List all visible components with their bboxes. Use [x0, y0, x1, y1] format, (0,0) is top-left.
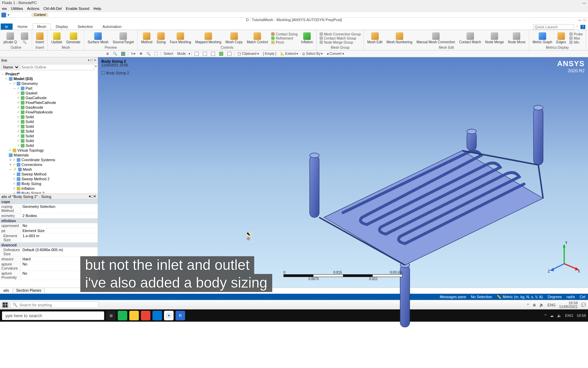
menu-actions[interactable]: Actions	[27, 6, 39, 12]
metricgraph-button[interactable]: Metric Graph	[531, 32, 554, 45]
facemesh-button[interactable]: Face Meshing	[168, 32, 193, 45]
selectby-button[interactable]: ◎ Select By▾	[301, 51, 324, 56]
menu-sound[interactable]: Enable Sound	[66, 6, 89, 12]
zoomfit-icon[interactable]: ⊕	[105, 51, 110, 56]
meshcopy-button[interactable]: Mesh Copy	[224, 32, 244, 45]
probe-button[interactable]: Probe	[569, 32, 583, 36]
duplicate-button[interactable]: plicate Q	[2, 32, 18, 45]
surfacemesh-button[interactable]: Surface Mesh	[86, 32, 110, 45]
v-sup[interactable]: No	[21, 223, 98, 228]
nodemove-button[interactable]: Node Move	[507, 32, 527, 45]
v-scoping[interactable]: Geometry Selection	[21, 204, 98, 213]
sel-edge-icon[interactable]	[201, 51, 208, 56]
zoom-icon[interactable]: 🔍	[145, 51, 152, 56]
menu-view[interactable]: ew	[2, 6, 7, 12]
sizing-button[interactable]: Sizing	[155, 32, 167, 45]
menu-cad[interactable]: Ctrl-Alt-Del	[44, 6, 62, 12]
refinement-button[interactable]: Refinement	[271, 36, 297, 40]
edges-button[interactable]: Edges	[555, 32, 567, 45]
qat-dropdown-icon[interactable]: ▾	[7, 13, 10, 17]
matchcontrol-button[interactable]: Match Control	[245, 32, 269, 45]
contactmatch-button[interactable]: Contact Match	[458, 32, 482, 45]
nodemergegrp-button[interactable]: Node Merge Group	[320, 41, 361, 44]
nodemerge-button[interactable]: Node Merge	[484, 32, 505, 45]
bottomtab-section[interactable]: Section Planes	[13, 288, 45, 294]
clipboard-button[interactable]: 📋 Clipboard▾	[236, 51, 260, 56]
app-taskview[interactable]: ⊞	[106, 311, 116, 320]
rotate-icon[interactable]: ↻▾	[130, 51, 137, 56]
generate-button[interactable]: Generate	[65, 32, 82, 45]
quick-launch-input[interactable]	[533, 24, 574, 30]
meshnum-button[interactable]: Mesh Numbering	[385, 32, 414, 45]
tab-mesh[interactable]: Mesh	[33, 24, 51, 30]
app-explorer[interactable]	[129, 311, 139, 320]
svg-point-3	[534, 105, 543, 110]
mode-label[interactable]: Mode	[176, 51, 187, 56]
sel-body-icon[interactable]	[218, 51, 225, 56]
outline-pin-icon[interactable]: ▾	[88, 58, 89, 62]
outline-max-icon[interactable]: □	[91, 58, 93, 62]
tab-home[interactable]: Home	[13, 24, 32, 30]
details-close-icon[interactable]: ✕	[93, 194, 96, 198]
select-label[interactable]: Select	[162, 51, 175, 56]
contactsizing-button[interactable]: Contact Sizing	[271, 32, 297, 36]
start-button[interactable]	[2, 302, 8, 308]
zoomin-icon[interactable]: 🔍	[112, 51, 118, 56]
extend-button[interactable]: 📐 Extend▾	[279, 51, 299, 56]
insert-button[interactable]: Insert	[34, 32, 45, 45]
update-button[interactable]: Update	[50, 32, 63, 45]
app-remotepc[interactable]: R	[176, 311, 185, 320]
pinch-button[interactable]: Pinch	[271, 41, 297, 44]
outline-filter-select[interactable]: Name	[1, 64, 20, 70]
outline-search-input[interactable]	[20, 64, 94, 70]
menu-help[interactable]: Help	[94, 6, 101, 12]
meshconn-button[interactable]: Mesh Connection Group	[320, 32, 361, 36]
quick-launch-help-icon[interactable]: ?	[581, 25, 585, 29]
method-button[interactable]: Method	[140, 32, 153, 45]
tab-selection[interactable]: Selection	[73, 24, 97, 30]
v-type[interactable]: Element Size	[21, 228, 98, 233]
outline-close-icon[interactable]: ✕	[94, 58, 96, 62]
v-geom[interactable]: 2 Bodies	[21, 213, 98, 218]
sel-node-icon[interactable]	[226, 51, 233, 56]
tab-display[interactable]: Display	[51, 24, 72, 30]
app-spotify[interactable]	[118, 311, 127, 320]
graphics-viewport[interactable]: Body Sizing 2 11/05/2021 18:58 Body Sizi…	[98, 57, 588, 288]
local-search[interactable]: ype here to search	[2, 311, 104, 320]
details-max-icon[interactable]: □	[91, 194, 93, 198]
tab-automation[interactable]: Automation	[98, 24, 126, 30]
qat-icon[interactable]	[1, 13, 6, 17]
tray-notif-icon[interactable]: 💬	[581, 303, 586, 307]
inflation-button[interactable]: Inflation	[300, 32, 314, 45]
find-button[interactable]: 🔍	[19, 32, 30, 45]
outline-search-go-icon[interactable]: ▾	[95, 64, 97, 70]
quick-launch-caret-icon[interactable]: ^	[575, 25, 579, 29]
pan-icon[interactable]: ✥	[138, 51, 144, 56]
min-button[interactable]: Min	[569, 41, 583, 44]
remote-min-icon[interactable]: —	[582, 1, 586, 5]
win-maximize-icon[interactable]: □	[584, 18, 586, 22]
meshedit-button[interactable]: Mesh Edit	[366, 32, 383, 45]
sel-vertex-icon[interactable]	[193, 51, 200, 56]
bottomtab-details[interactable]: ails	[0, 288, 13, 294]
contactmatchgrp-button[interactable]: Contact Match Group	[320, 36, 361, 40]
v-esize[interactable]: 1.e-003 m	[21, 233, 98, 242]
manualmesh-button[interactable]: Manual Mesh Connection	[415, 32, 456, 45]
app-chrome[interactable]	[164, 311, 174, 320]
win-minimize-icon[interactable]: —	[578, 18, 582, 22]
sel-face-icon[interactable]	[210, 51, 216, 56]
tab-file[interactable]: le	[1, 24, 13, 30]
boxzoom-icon[interactable]: ⛶	[153, 51, 159, 56]
app-gmail[interactable]	[141, 311, 150, 320]
outline-tree[interactable]: −Project* −Model (D3) −✓Geometry −✓Part …	[0, 71, 98, 194]
menu-utilities[interactable]: Utilities	[11, 6, 23, 12]
app-edge[interactable]	[152, 311, 162, 320]
max-button[interactable]: Max	[569, 36, 583, 40]
taskbar-search[interactable]: 🔍 Search for anything	[10, 302, 99, 308]
v-def[interactable]: Default (3.6086e-005 m)	[21, 247, 98, 256]
sourcetarget-button[interactable]: Source/Target	[111, 32, 135, 45]
isoview-icon[interactable]	[120, 51, 127, 56]
orientation-triad[interactable]: Y X Z	[547, 240, 581, 274]
convert-button[interactable]: ● Convert▾	[325, 51, 345, 56]
mappedmesh-button[interactable]: Mapped Meshing	[194, 32, 223, 45]
